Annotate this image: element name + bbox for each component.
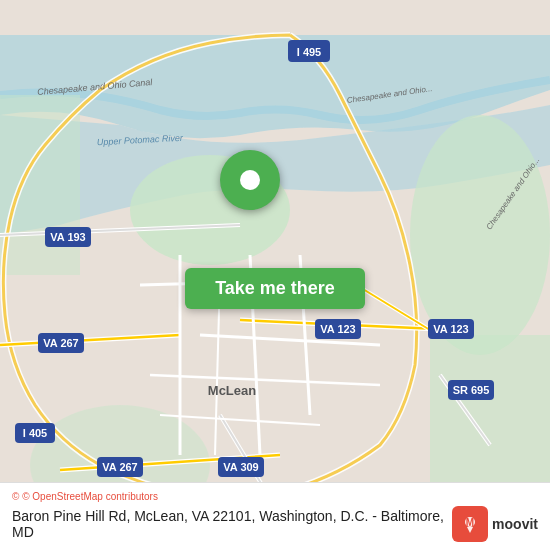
svg-text:VA 123: VA 123 [320, 323, 355, 335]
svg-text:VA 309: VA 309 [223, 461, 258, 473]
svg-text:VA 267: VA 267 [102, 461, 137, 473]
pin-inner-circle [240, 170, 260, 190]
moovit-svg-icon: M [459, 513, 481, 535]
button-container: Take me there [130, 229, 420, 309]
svg-marker-52 [467, 527, 473, 533]
osm-icon: © [12, 491, 19, 502]
osm-credit: © © OpenStreetMap contributors [12, 491, 538, 502]
address-line: Baron Pine Hill Rd, McLean, VA 22101, Wa… [12, 506, 538, 542]
take-me-there-button[interactable]: Take me there [185, 268, 365, 309]
moovit-icon: M [452, 506, 488, 542]
svg-text:VA 267: VA 267 [43, 337, 78, 349]
pin-outer-circle [220, 150, 280, 210]
svg-text:SR 695: SR 695 [453, 384, 490, 396]
svg-text:I 495: I 495 [297, 46, 321, 58]
osm-credit-text: © OpenStreetMap contributors [22, 491, 158, 502]
svg-text:VA 123: VA 123 [433, 323, 468, 335]
svg-text:VA 193: VA 193 [50, 231, 85, 243]
svg-text:M: M [466, 517, 474, 528]
svg-text:McLean: McLean [208, 383, 256, 398]
address-text: Baron Pine Hill Rd, McLean, VA 22101, Wa… [12, 508, 444, 540]
bottom-bar: © © OpenStreetMap contributors Baron Pin… [0, 482, 550, 550]
svg-text:I 405: I 405 [23, 427, 47, 439]
location-pin [220, 150, 280, 210]
svg-line-6 [0, 335, 180, 345]
map-container: I 495 VA 193 VA 267 I 405 VA 267 VA 309 … [0, 0, 550, 550]
moovit-logo: M moovit [452, 506, 538, 542]
svg-line-24 [150, 375, 380, 385]
svg-point-2 [410, 115, 550, 355]
moovit-text: moovit [492, 516, 538, 532]
